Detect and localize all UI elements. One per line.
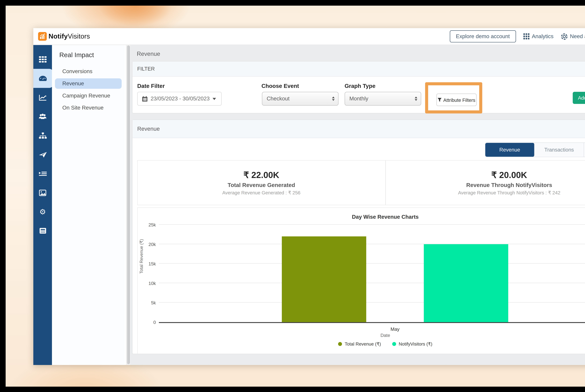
playlist-icon [39,171,46,176]
y-tick-label: 20k [138,242,156,247]
graph-type-value: Monthly [349,96,368,102]
caret-down-icon [213,98,216,100]
select-arrows-icon [332,96,335,101]
legend-item[interactable]: Total Revenue (₹) [338,341,381,346]
stat-value: ₹ 22.00K [243,170,279,180]
y-tick-label: 10k [138,280,156,286]
sidebar-item-segments[interactable] [33,126,52,145]
date-filter-label: Date Filter [137,83,165,89]
nav-item-revenue[interactable]: Revenue [55,78,122,89]
grid-apps-icon [523,33,529,40]
gridline [159,263,585,264]
chart-plot [159,225,585,323]
nav-item-campaign-revenue[interactable]: Campaign Revenue [55,90,122,101]
funnel-icon [438,98,442,102]
legend-label: Total Revenue (₹) [345,341,381,346]
sidebar-item-journeys[interactable] [33,164,52,183]
revenue-stats: ₹ 22.00K Total Revenue Generated Average… [137,160,585,205]
screenshot-stage: NotifyVisitors Explore demo account Anal… [0,0,585,392]
calculator-icon [39,228,46,234]
nav-item-on-site-revenue[interactable]: On Site Revenue [55,102,122,113]
chart-title: Day Wise Revenue Charts [138,214,585,220]
bar-Total Revenue (₹)[interactable] [282,236,366,322]
sidebar-item-analytics[interactable] [33,88,52,107]
graph-type-select[interactable]: Monthly [345,92,421,106]
legend-item[interactable]: NotifyVisitors (₹) [392,341,432,346]
top-header: NotifyVisitors Explore demo account Anal… [33,28,585,45]
tab-paying-user[interactable]: Paying user [584,143,585,157]
x-axis-title: Date [138,332,585,338]
sidebar-item-settings[interactable]: ⚙ [33,202,52,221]
stat-label: Total Revenue Generated [228,182,295,188]
y-tick-label: 0 [138,320,156,325]
bar-NotifyVisitors (₹)[interactable] [424,244,508,322]
notifyvisitors-logo[interactable]: NotifyVisitors [33,32,90,41]
select-arrows-icon [415,96,417,101]
revenue-card-header: Revenue [132,120,585,138]
legend-dot-icon [338,342,342,346]
y-tick-label: 5k [138,300,156,305]
date-range-value: 23/05/2023 - 30/05/2023 [151,96,210,102]
filter-card-header: FILTER [132,62,585,77]
gauge-icon [38,75,47,82]
sitemap-icon [39,132,46,139]
need-help-label: Need a Help? [570,33,585,40]
choose-event-label: Choose Event [261,83,299,89]
calendar-icon [142,96,148,102]
add-more-event-button[interactable]: Add More Event [573,92,585,104]
scrollbar-thumb[interactable] [127,46,130,364]
logo-text: NotifyVisitors [48,32,90,40]
stat-label: Revenue Through NotifyVisitors [466,182,552,188]
sidebar-item-audience[interactable] [33,107,52,126]
users-icon [38,114,47,120]
gridline [159,302,585,303]
image-icon [39,190,46,196]
stat-total-revenue: ₹ 22.00K Total Revenue Generated Average… [138,161,385,205]
choose-event-select[interactable]: Checkout [262,92,339,106]
stat-subtext: Average Revenue Generated : ₹ 256 [222,190,300,196]
header-right: Explore demo account Analytics Need a He… [450,30,585,42]
tab-transactions[interactable]: Transactions [535,143,584,157]
date-range-picker[interactable]: 23/05/2023 - 30/05/2023 [137,92,222,106]
main-content: Revenue FILTER Date Filter Choose Event … [130,44,585,365]
legend-dot-icon [392,342,396,346]
vertical-scrollbar [126,44,130,365]
gridline [159,224,585,225]
analytics-menu[interactable]: Analytics [523,33,554,40]
paper-plane-icon [39,151,46,158]
gridline [159,244,585,244]
gridline [159,283,585,283]
need-help-menu[interactable]: Need a Help? [561,33,585,40]
stat-subtext: Average Revenue Through NotifyVisitors :… [458,190,560,196]
day-wise-revenue-chart: Day Wise Revenue Charts Total Revenue (₹… [137,207,585,355]
revenue-tabs: Revenue Transactions Paying user [485,142,585,157]
attribute-filters-label: Attribute Filters [443,97,475,102]
nav-item-conversions[interactable]: Conversions [55,66,122,77]
real-impact-panel: Real Impact Conversions Revenue Campaign… [52,44,125,365]
line-chart-icon [39,94,46,101]
y-tick-label: 25k [138,222,156,227]
sidebar-item-billing[interactable] [33,221,52,240]
sidebar-item-dashboard[interactable] [33,69,52,88]
sidebar-item-media[interactable] [33,183,52,202]
sidebar-item-apps[interactable] [33,50,52,69]
grid-icon [39,56,46,62]
x-tick-label: May [391,326,400,332]
sidebar-item-campaigns[interactable] [33,145,52,164]
chart-legend: Total Revenue (₹)NotifyVisitors (₹) [138,341,585,346]
analytics-label: Analytics [532,33,554,40]
icon-sidebar: ⚙ [33,44,52,365]
tab-revenue[interactable]: Revenue [485,143,535,157]
y-tick-label: 15k [138,261,156,266]
explore-demo-account-button[interactable]: Explore demo account [450,30,516,42]
gear-icon: ⚙ [39,208,46,216]
choose-event-value: Checkout [267,96,289,102]
stat-value: ₹ 20.00K [491,170,527,180]
graph-type-label: Graph Type [345,83,375,89]
panel-title: Real Impact [52,51,125,58]
app-window: NotifyVisitors Explore demo account Anal… [33,28,585,365]
filter-card: FILTER Date Filter Choose Event Graph Ty… [132,61,585,114]
attribute-filters-button[interactable]: Attribute Filters [436,94,477,106]
legend-label: NotifyVisitors (₹) [399,341,432,346]
stat-notifyvisitors-revenue: ₹ 20.00K Revenue Through NotifyVisitors … [385,161,585,205]
